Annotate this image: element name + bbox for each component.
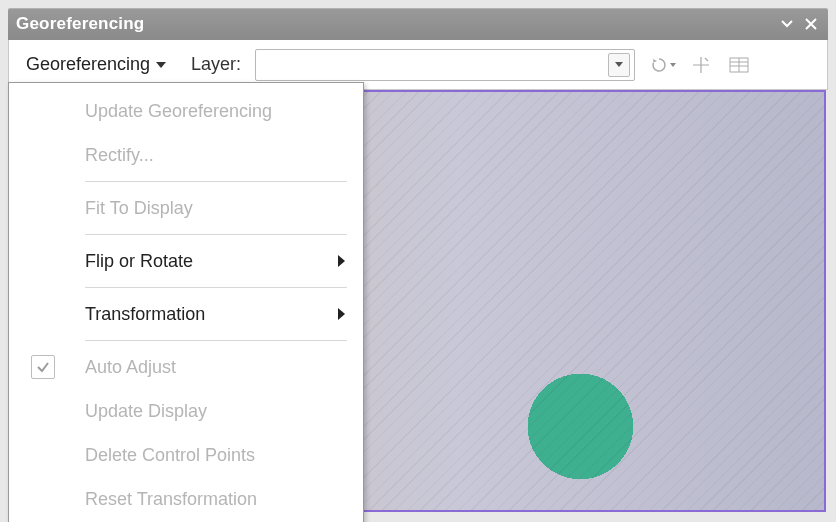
layer-label: Layer: [183,54,249,75]
titlebar[interactable]: Georeferencing [8,8,828,40]
menu-item-label: Update Georeferencing [85,101,272,122]
close-icon[interactable] [802,15,820,33]
link-table-icon[interactable] [725,51,753,79]
menu-item-update-display: Update Display [9,389,363,433]
menu-item-label: Delete Control Points [85,445,255,466]
menu-item-label: Rectify... [85,145,154,166]
menu-item-update-georeferencing: Update Georeferencing [9,89,363,133]
menu-item-delete-control-points: Delete Control Points [9,433,363,477]
add-control-point-icon[interactable] [687,51,715,79]
georeferencing-panel: Georeferencing Georeferencing Layer: [8,8,828,90]
menu-item-flip-or-rotate[interactable]: Flip or Rotate [9,239,363,283]
menu-item-transformation[interactable]: Transformation [9,292,363,336]
menu-separator [85,287,347,288]
menu-separator [85,234,347,235]
menu-item-label: Transformation [85,304,205,325]
titlebar-controls [778,15,820,33]
menu-separator [85,181,347,182]
menu-item-auto-adjust: Auto Adjust [9,345,363,389]
menu-item-label: Update Display [85,401,207,422]
menu-item-label: Fit To Display [85,198,193,219]
menu-item-label: Reset Transformation [85,489,257,510]
chevron-down-icon [156,62,166,68]
checkmark-icon [31,355,55,379]
chevron-down-icon[interactable] [608,53,630,77]
chevron-right-icon [338,255,345,267]
minimize-arrow-icon[interactable] [778,15,796,33]
menu-item-reset-transformation: Reset Transformation [9,477,363,521]
dropdown-label: Georeferencing [26,54,150,75]
panel-title: Georeferencing [16,14,778,34]
georeferencing-dropdown[interactable]: Georeferencing [15,48,177,82]
menu-item-label: Auto Adjust [85,357,176,378]
toolbar-icons [649,51,753,79]
layer-combobox[interactable] [255,49,635,81]
chevron-right-icon [338,308,345,320]
rotate-tool-icon[interactable] [649,51,677,79]
menu-item-fit-to-display: Fit To Display [9,186,363,230]
menu-item-rectify: Rectify... [9,133,363,177]
menu-item-label: Flip or Rotate [85,251,193,272]
georeferencing-menu: Update GeoreferencingRectify...Fit To Di… [8,82,364,522]
menu-separator [85,340,347,341]
